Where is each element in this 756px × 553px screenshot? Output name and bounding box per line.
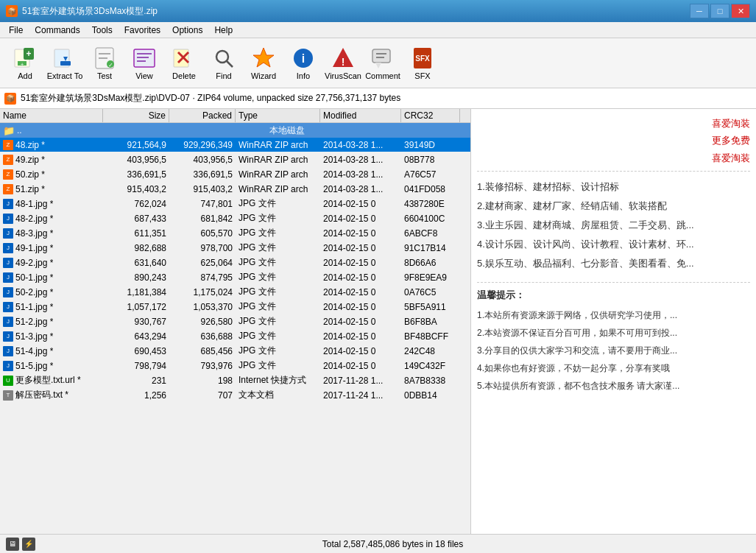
file-name: J 51-4.jpg * — [0, 346, 103, 356]
file-crc: 91C17B14 — [401, 243, 460, 253]
wizard-icon — [252, 46, 275, 70]
file-size: 690,453 — [103, 346, 169, 356]
table-row[interactable]: J 51-5.jpg * 798,794 793,976 JPG 文件 2014… — [0, 359, 470, 373]
txt-icon: T — [3, 390, 13, 401]
table-row[interactable]: J 51-2.jpg * 930,767 926,580 JPG 文件 2014… — [0, 314, 470, 329]
main-content: Name Size Packed Type Modified CRC32 📁 .… — [0, 109, 756, 534]
right-panel-top-line2: 更多免费 — [477, 132, 750, 149]
jpg-icon: J — [3, 228, 13, 239]
file-packed: 978,700 — [169, 243, 236, 253]
file-modified: 2014-02-15 0 — [320, 302, 401, 312]
file-name: J 49-2.jpg * — [0, 258, 103, 268]
zip-icon: Z — [3, 169, 13, 180]
file-name-text: 49-1.jpg * — [15, 243, 53, 253]
col-size-header[interactable]: Size — [103, 109, 169, 122]
file-type: WinRAR ZIP arch — [236, 184, 320, 194]
table-row[interactable]: Z 51.zip * 915,403,2 915,403,2 WinRAR ZI… — [0, 182, 470, 197]
right-panel-top: 喜爱淘装 更多免费 喜爱淘装 — [477, 115, 750, 172]
table-row[interactable]: J 50-2.jpg * 1,181,384 1,175,024 JPG 文件 … — [0, 285, 470, 300]
table-row[interactable]: J 48-3.jpg * 611,351 605,570 JPG 文件 2014… — [0, 226, 470, 241]
menu-help[interactable]: Help — [208, 24, 239, 37]
svg-rect-7 — [60, 61, 71, 66]
file-packed: 1,053,370 — [169, 302, 236, 312]
minimize-button[interactable]: ─ — [690, 4, 709, 18]
file-modified: 2014-02-15 0 — [320, 331, 401, 342]
file-size: 631,640 — [103, 258, 169, 268]
table-row[interactable]: Z 49.zip * 403,956,5 403,956,5 WinRAR ZI… — [0, 152, 470, 167]
tool-extract[interactable]: Extract To — [46, 42, 84, 85]
tool-virusscan[interactable]: ! VirusScan — [324, 42, 362, 85]
parent-folder-row[interactable]: 📁 .. 本地磁盘 — [0, 123, 470, 138]
file-name-text: 51.zip * — [15, 184, 45, 194]
file-crc: 4387280E — [401, 199, 460, 209]
svg-point-20 — [216, 51, 228, 63]
virusscan-icon: ! — [331, 46, 355, 70]
jpg-icon: J — [3, 317, 13, 327]
col-packed-header[interactable]: Packed — [169, 109, 236, 122]
file-packed: 403,956,5 — [169, 155, 236, 165]
tool-test[interactable]: ✓ Test — [85, 42, 124, 85]
add-icon: + + — [13, 46, 37, 70]
tool-wizard-label: Wizard — [251, 71, 276, 80]
extract-icon — [53, 46, 77, 70]
tool-extract-label: Extract To — [47, 71, 83, 80]
file-packed: 681,842 — [169, 214, 236, 224]
table-row[interactable]: J 50-1.jpg * 890,243 874,795 JPG 文件 2014… — [0, 270, 470, 285]
col-crc-header[interactable]: CRC32 — [401, 109, 460, 122]
title-bar-controls: ─ □ ✕ — [690, 4, 750, 18]
tool-view[interactable]: View — [125, 42, 163, 85]
tool-test-label: Test — [97, 71, 112, 80]
tool-find[interactable]: Find — [205, 42, 243, 85]
file-crc: A76C57 — [401, 169, 460, 180]
file-modified: 2014-02-15 0 — [320, 272, 401, 283]
note-item: 2.本站资源不保证百分百可用，如果不可用可到投... — [477, 324, 750, 342]
file-name: Z 48.zip * — [0, 140, 103, 150]
file-packed: 685,456 — [169, 346, 236, 356]
menu-tools[interactable]: Tools — [86, 24, 119, 37]
tool-add[interactable]: + + Add — [6, 42, 44, 85]
col-modified-header[interactable]: Modified — [320, 109, 401, 122]
table-row[interactable]: J 51-3.jpg * 643,294 636,688 JPG 文件 2014… — [0, 329, 470, 344]
table-row[interactable]: J 49-2.jpg * 631,640 625,064 JPG 文件 2014… — [0, 256, 470, 270]
file-packed: 926,580 — [169, 317, 236, 327]
col-name-header[interactable]: Name — [0, 109, 103, 122]
file-name: J 50-2.jpg * — [0, 287, 103, 297]
tool-delete[interactable]: Delete — [165, 42, 203, 85]
file-type: JPG 文件 — [236, 242, 320, 254]
column-headers: Name Size Packed Type Modified CRC32 — [0, 109, 470, 123]
table-row[interactable]: Z 50.zip * 336,691,5 336,691,5 WinRAR ZI… — [0, 167, 470, 182]
tool-info-label: Info — [297, 71, 310, 80]
table-row[interactable]: U 更多模型.txt.url * 231 198 Internet 快捷方式 2… — [0, 373, 470, 388]
table-row[interactable]: Z 48.zip * 921,564,9 929,296,349 WinRAR … — [0, 138, 470, 152]
tool-sfx-label: SFX — [414, 71, 430, 80]
menu-file[interactable]: File — [3, 24, 29, 37]
table-row[interactable]: T 解压密码.txt * 1,256 707 文本文档 2017-11-24 1… — [0, 388, 470, 403]
tool-sfx[interactable]: SFX SFX — [403, 42, 442, 85]
table-row[interactable]: J 48-2.jpg * 687,433 681,842 JPG 文件 2014… — [0, 211, 470, 226]
file-name-text: 解压密码.txt * — [15, 389, 68, 401]
table-row[interactable]: J 48-1.jpg * 762,024 747,801 JPG 文件 2014… — [0, 197, 470, 211]
menu-commands[interactable]: Commands — [29, 24, 85, 37]
file-name: J 51-3.jpg * — [0, 331, 103, 342]
tool-virusscan-label: VirusScan — [325, 71, 361, 80]
list-item: 2.建材商家、建材厂家、经销店铺、软装搭配 — [477, 197, 750, 216]
jpg-icon: J — [3, 214, 13, 224]
menu-favorites[interactable]: Favorites — [119, 24, 166, 37]
status-left: 🖥 ⚡ — [6, 538, 35, 551]
col-type-header[interactable]: Type — [236, 109, 320, 122]
note-item: 4.如果你也有好资源，不妨一起分享，分享有奖哦 — [477, 359, 750, 377]
menu-options[interactable]: Options — [166, 24, 208, 37]
tool-info[interactable]: i Info — [284, 42, 322, 85]
file-rows-container: Z 48.zip * 921,564,9 929,296,349 WinRAR … — [0, 138, 470, 403]
table-row[interactable]: J 51-1.jpg * 1,057,172 1,053,370 JPG 文件 … — [0, 300, 470, 314]
table-row[interactable]: J 49-1.jpg * 982,688 978,700 JPG 文件 2014… — [0, 241, 470, 256]
tool-comment[interactable]: Comment — [364, 42, 402, 85]
file-size: 890,243 — [103, 272, 169, 283]
tool-wizard[interactable]: Wizard — [244, 42, 283, 85]
file-size: 921,564,9 — [103, 140, 169, 150]
close-button[interactable]: ✕ — [731, 4, 750, 18]
maximize-button[interactable]: □ — [710, 4, 729, 18]
tool-delete-label: Delete — [172, 71, 196, 80]
file-size: 762,024 — [103, 199, 169, 209]
table-row[interactable]: J 51-4.jpg * 690,453 685,456 JPG 文件 2014… — [0, 344, 470, 359]
